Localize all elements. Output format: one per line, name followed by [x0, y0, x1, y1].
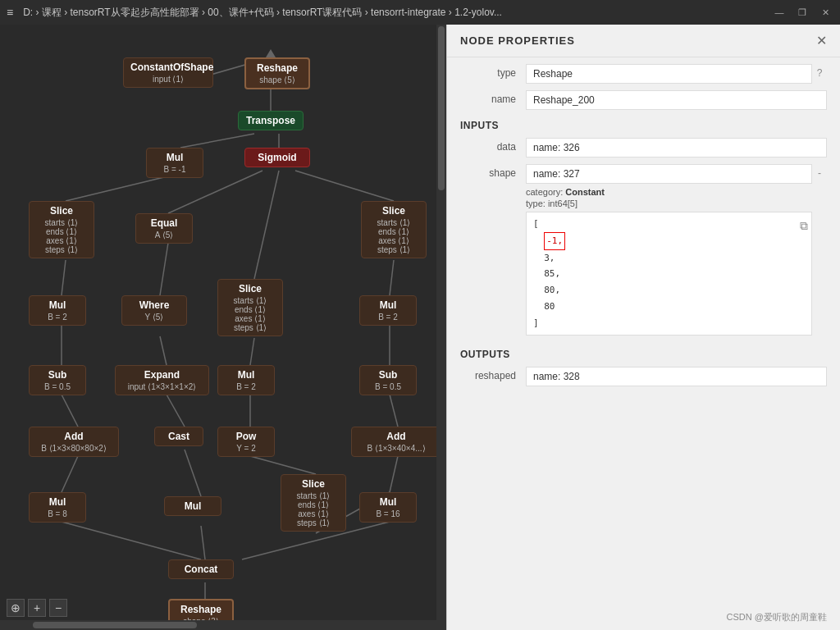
svg-line-21 — [62, 456, 78, 492]
prop-row-type: type Reshape ? — [460, 64, 827, 84]
inputs-section-label: INPUTS — [460, 120, 827, 131]
graph-scrollbar-y[interactable] — [436, 25, 446, 630]
array-val1: -1, — [544, 232, 565, 250]
array-block: [ -1, 3, 85, 80, 80 ] ⧉ — [526, 212, 812, 336]
node-sigmoid[interactable]: Sigmoid — [244, 148, 310, 167]
graph-scrollbar-x[interactable] — [0, 620, 436, 630]
props-close-button[interactable]: ✕ — [816, 33, 827, 48]
input-shape-row: shape name: 327 category: Constant type:… — [460, 164, 827, 336]
node-slice-mid[interactable]: Slice starts ⟨1⟩ends ⟨1⟩axes ⟨1⟩steps ⟨1… — [217, 279, 283, 336]
node-cast[interactable]: Cast — [154, 427, 203, 446]
svg-line-2 — [180, 134, 254, 148]
node-mul-left[interactable]: Mul B = 2 — [29, 295, 86, 326]
input-shape-block: name: 327 category: Constant type: int64… — [526, 164, 812, 336]
name-label: name — [460, 90, 526, 105]
node-mul-mid2[interactable]: Mul — [164, 496, 221, 516]
svg-line-8 — [160, 243, 168, 295]
node-add-right[interactable]: Add B ⟨1×3×40×4...⟩ — [351, 427, 441, 457]
node-sub-left[interactable]: Sub B = 0.5 — [29, 365, 86, 395]
input-data-value[interactable]: name: 326 — [526, 138, 827, 158]
name-value[interactable]: Reshape_200 — [526, 90, 827, 110]
props-header: NODE PROPERTIES ✕ — [447, 25, 840, 57]
titlebar: ≡ D: › 课程 › tensorRT从零起步高性能部署 › 00、课件+代码… — [0, 0, 840, 25]
category-value: Constant — [565, 187, 605, 197]
close-button[interactable]: ✕ — [817, 4, 833, 21]
graph-controls: ⊕ + − — [7, 599, 67, 617]
node-reshape-top[interactable]: Reshape shape ⟨5⟩ — [244, 57, 310, 89]
copy-icon[interactable]: ⧉ — [800, 216, 808, 236]
node-mul-left2[interactable]: Mul B = 8 — [29, 492, 86, 523]
node-slice-right[interactable]: Slice starts ⟨1⟩ends ⟨1⟩axes ⟨1⟩steps ⟨1… — [361, 201, 427, 258]
array-val3: 85, — [544, 268, 560, 279]
output-reshaped-row: reshaped name: 328 — [460, 367, 827, 386]
category-text: category: — [526, 187, 565, 197]
node-add-left[interactable]: Add B ⟨1×3×80×80×2⟩ — [29, 427, 119, 457]
props-title: NODE PROPERTIES — [460, 34, 575, 47]
maximize-button[interactable]: ❐ — [794, 4, 810, 21]
prop-row-name: name Reshape_200 — [460, 90, 827, 110]
svg-line-9 — [62, 260, 66, 295]
svg-line-15 — [62, 395, 78, 427]
node-constant-of-shape[interactable]: ConstantOfShape input ⟨1⟩ — [123, 57, 213, 88]
graph-zoom-out-button[interactable]: − — [49, 599, 67, 617]
node-sub-right[interactable]: Sub B = 0.5 — [359, 365, 417, 395]
node-transpose[interactable]: Transpose — [238, 111, 304, 130]
node-slice-left[interactable]: Slice starts ⟨1⟩ends ⟨1⟩axes ⟨1⟩steps ⟨1… — [29, 201, 94, 258]
output-reshaped-value[interactable]: name: 328 — [526, 367, 827, 386]
svg-line-6 — [254, 171, 279, 279]
svg-line-23 — [62, 522, 201, 559]
svg-line-20 — [250, 456, 316, 474]
graph-scroll-thumb-x[interactable] — [33, 622, 197, 628]
svg-line-10 — [390, 260, 394, 295]
array-close: ] — [533, 317, 539, 328]
outputs-section-label: OUTPUTS — [460, 349, 827, 360]
node-mul-mid[interactable]: Mul B = 2 — [217, 365, 275, 395]
svg-line-16 — [167, 395, 185, 427]
type-label: type — [460, 64, 526, 79]
type-value[interactable]: Reshape — [526, 64, 812, 84]
graph-scroll-thumb-y[interactable] — [438, 26, 445, 190]
array-val5: 80 — [544, 301, 555, 312]
input-data-label: data — [460, 138, 526, 153]
type-question-mark[interactable]: ? — [812, 64, 827, 79]
input-shape-dash: - — [812, 164, 827, 179]
input-data-row: data name: 326 — [460, 138, 827, 158]
graph-add-button[interactable]: ⊕ — [7, 599, 25, 617]
node-where[interactable]: Where Y ⟨5⟩ — [121, 295, 187, 326]
graph-area[interactable]: ConstantOfShape input ⟨1⟩ Reshape shape … — [0, 25, 446, 630]
props-body: type Reshape ? name Reshape_200 INPUTS d… — [447, 57, 840, 630]
array-open: [ — [533, 218, 539, 229]
svg-line-13 — [250, 338, 254, 365]
window-controls: — ❐ ✕ — [771, 4, 833, 21]
node-mul-top[interactable]: Mul B = -1 — [146, 148, 203, 178]
svg-line-22 — [390, 456, 398, 492]
properties-panel: NODE PROPERTIES ✕ type Reshape ? name Re… — [446, 25, 840, 630]
node-mul-right[interactable]: Mul B = 2 — [359, 295, 417, 326]
graph-zoom-in-button[interactable]: + — [28, 599, 46, 617]
input-shape-type: type: int64[5] — [526, 199, 812, 208]
breadcrumb: D: › 课程 › tensorRT从零起步高性能部署 › 00、课件+代码 ›… — [23, 6, 761, 20]
svg-line-18 — [390, 395, 398, 427]
svg-line-4 — [66, 177, 164, 201]
node-expand[interactable]: Expand input ⟨1×3×1×1×2⟩ — [115, 365, 209, 395]
svg-line-12 — [160, 336, 167, 365]
node-pow[interactable]: Pow Y = 2 — [217, 427, 275, 457]
minimize-button[interactable]: — — [771, 4, 788, 21]
node-mul-right2[interactable]: Mul B = 16 — [359, 492, 417, 523]
input-shape-name[interactable]: name: 327 — [526, 164, 812, 184]
node-slice-bot[interactable]: Slice starts ⟨1⟩ends ⟨1⟩axes ⟨1⟩steps ⟨1… — [281, 474, 346, 532]
node-concat[interactable]: Concat — [168, 559, 234, 579]
input-shape-category: category: Constant — [526, 187, 812, 197]
main-container: ConstantOfShape input ⟨1⟩ Reshape shape … — [0, 25, 840, 630]
svg-line-19 — [185, 450, 201, 496]
array-val4: 80, — [544, 285, 560, 295]
menu-icon[interactable]: ≡ — [7, 6, 13, 19]
watermark: CSDN @爱听歌的周童鞋 — [727, 611, 827, 623]
input-shape-label: shape — [460, 164, 526, 179]
array-val2: 3, — [544, 253, 555, 263]
output-reshaped-label: reshaped — [460, 367, 526, 381]
svg-marker-28 — [266, 49, 276, 57]
svg-line-7 — [295, 171, 394, 201]
node-equal[interactable]: Equal A ⟨5⟩ — [135, 213, 193, 244]
svg-line-24 — [201, 526, 205, 559]
